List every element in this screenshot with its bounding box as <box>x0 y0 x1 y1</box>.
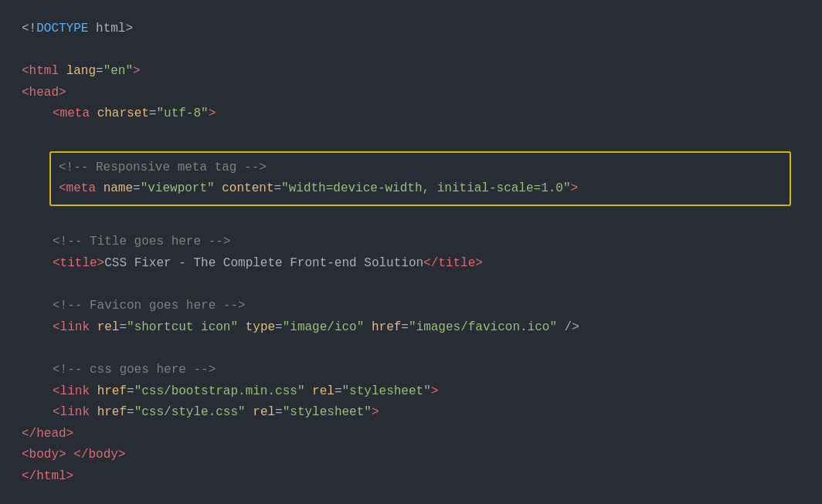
line-meta-charset: <meta charset="utf-8"> <box>53 103 800 125</box>
line-html-open: <html lang="en"> <box>22 61 800 83</box>
line-body: <body> </body> <box>22 445 800 466</box>
line-html-close: </html> <box>22 466 800 488</box>
line-head-close: </head> <box>22 424 800 445</box>
line-comment-css: <!-- css goes here --> <box>53 360 800 381</box>
line-title: <title>CSS Fixer - The Complete Front-en… <box>53 253 800 275</box>
line-blank-1 <box>22 40 800 62</box>
line-blank-4 <box>22 275 800 296</box>
line-blank-2 <box>22 125 800 147</box>
line-blank-5 <box>22 338 800 360</box>
line-head-open: <head> <box>22 83 800 104</box>
line-comment-responsive: <!-- Responsive meta tag --> <box>59 157 782 179</box>
line-bootstrap-link: <link href="css/bootstrap.min.css" rel="… <box>53 381 800 403</box>
line-comment-title: <!-- Title goes here --> <box>53 232 800 253</box>
code-editor: <!DOCTYPE html> <html lang="en"> <head> … <box>22 19 800 487</box>
line-blank-3 <box>22 211 800 232</box>
line-comment-favicon: <!-- Favicon goes here --> <box>53 296 800 317</box>
highlight-viewport-box: <!-- Responsive meta tag --> <meta name=… <box>49 151 791 206</box>
line-favicon-link: <link rel="shortcut icon" type="image/ic… <box>53 317 800 339</box>
line-doctype: <!DOCTYPE html> <box>22 19 800 40</box>
line-style-link: <link href="css/style.css" rel="styleshe… <box>53 402 800 424</box>
line-meta-viewport: <meta name="viewport" content="width=dev… <box>59 178 782 200</box>
